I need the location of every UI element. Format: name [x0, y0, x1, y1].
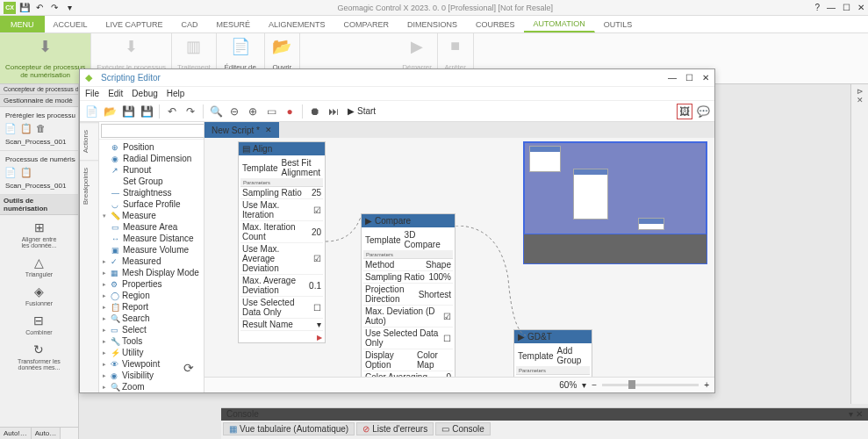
- param-row[interactable]: MethodShape: [363, 259, 453, 271]
- tree-item[interactable]: 🔍Zoom: [99, 381, 204, 392]
- undo-icon[interactable]: ↶: [33, 2, 46, 14]
- console-controls[interactable]: ▾ ✕: [849, 409, 863, 420]
- tree-item[interactable]: 📋Report: [99, 301, 204, 313]
- param-row[interactable]: Max. Iteration Count20: [240, 221, 323, 243]
- open-icon[interactable]: 📂: [102, 104, 118, 119]
- param-row[interactable]: Max. Average Deviation0.1: [240, 275, 323, 297]
- tool-triangulate[interactable]: △Trianguler: [25, 255, 53, 277]
- scan-process-item-2[interactable]: Scan_Process_001: [3, 180, 75, 191]
- tree-item[interactable]: ▦Mesh Display Mode: [99, 267, 204, 278]
- minimize-icon[interactable]: —: [827, 3, 836, 12]
- zoom-in-icon[interactable]: +: [704, 380, 709, 390]
- tree-item[interactable]: 🔧Tools: [99, 335, 204, 347]
- fit-icon[interactable]: ▭: [263, 104, 279, 119]
- zoom-slider[interactable]: [602, 384, 699, 386]
- tree-item[interactable]: Set Group: [99, 176, 204, 187]
- zoomout-icon[interactable]: ⊖: [226, 104, 242, 119]
- record-icon[interactable]: ⏺: [307, 104, 323, 119]
- sidebar-tab-actions[interactable]: Actions: [80, 122, 98, 160]
- help-icon[interactable]: ?: [814, 3, 820, 12]
- se-close-icon[interactable]: ✕: [702, 73, 709, 83]
- node-align-header[interactable]: ▤Align: [239, 142, 325, 155]
- tree-item[interactable]: ↗Runout: [99, 164, 204, 176]
- tool-combine[interactable]: ⊟Combiner: [25, 313, 52, 335]
- node-compare[interactable]: ▶Compare Template3D Compare Parameters M…: [361, 213, 456, 377]
- script-tab-new[interactable]: New Script *✕: [204, 122, 279, 138]
- tree-item[interactable]: ✓Measured: [99, 255, 204, 267]
- menu-button[interactable]: MENU: [0, 16, 45, 32]
- se-minimize-icon[interactable]: —: [668, 73, 677, 83]
- dropdown-icon[interactable]: ▾: [63, 2, 75, 14]
- tree-item[interactable]: ◡Surface Profile: [99, 198, 204, 210]
- tree-item[interactable]: ↔Measure Distance: [99, 233, 204, 244]
- redo-icon[interactable]: ↷: [183, 104, 198, 119]
- add2-icon[interactable]: 📄: [4, 167, 17, 178]
- param-row[interactable]: Use Max. Iteration☑: [240, 199, 323, 221]
- sidebar-tab-breakpoints[interactable]: Breakpoints: [80, 160, 98, 212]
- tab-automation[interactable]: AUTOMATION: [524, 16, 594, 32]
- param-row[interactable]: Color Averaging0: [363, 371, 453, 377]
- tab-dimensions[interactable]: DIMENSIONS: [398, 16, 467, 32]
- tree-item[interactable]: ▣Measure Volume: [99, 244, 204, 255]
- zoom-out-icon[interactable]: −: [592, 380, 597, 390]
- tab-accueil[interactable]: ACCUEIL: [45, 16, 97, 32]
- tab-outils[interactable]: OUTILS: [595, 16, 642, 32]
- start-button[interactable]: ▶Start: [344, 106, 379, 116]
- bottom-tab-1[interactable]: Auto!…: [0, 428, 32, 439]
- console-header[interactable]: Console▾ ✕: [221, 408, 868, 421]
- search-input[interactable]: [101, 124, 204, 138]
- tab-livecapture[interactable]: LIVE CAPTURE: [97, 16, 173, 32]
- tab-cad[interactable]: CAD: [173, 16, 208, 32]
- breakpoint-icon[interactable]: ●: [282, 104, 298, 119]
- menu-edit[interactable]: Edit: [108, 89, 123, 98]
- tree-item[interactable]: 📏Measure: [99, 210, 204, 221]
- panel-header-2[interactable]: Gestionnaire de modè: [0, 95, 78, 107]
- tool-transform[interactable]: ↻Transformer les données mes...: [18, 342, 61, 371]
- tool-merge[interactable]: ◈Fusionner: [25, 284, 53, 306]
- save-icon[interactable]: 💾: [120, 104, 136, 119]
- param-row[interactable]: Display OptionColor Map: [363, 349, 453, 371]
- undo-icon[interactable]: ↶: [164, 104, 180, 119]
- find-icon[interactable]: 🔍: [208, 104, 224, 119]
- copy-icon[interactable]: 📋: [20, 123, 32, 134]
- tab-alignements[interactable]: ALIGNEMENTS: [260, 16, 335, 32]
- node-align[interactable]: ▤Align TemplateBest Fit Alignment Parame…: [238, 141, 326, 343]
- param-row[interactable]: Use Selected Data Only☐: [240, 297, 323, 319]
- ribbon-scan-designer[interactable]: ⬇Concepteur de processus de numérisation: [0, 33, 91, 83]
- menu-help[interactable]: Help: [167, 89, 185, 98]
- tree-item[interactable]: ⚙Properties: [99, 278, 204, 290]
- node-gdt[interactable]: ▶GD&T TemplateAdd Group Parameters: [513, 329, 592, 377]
- param-row[interactable]: Projection DirectionShortest: [363, 284, 453, 306]
- tree-item[interactable]: —Straightness: [99, 187, 204, 198]
- save-icon[interactable]: 💾: [18, 2, 31, 14]
- tool-align[interactable]: ⊞Aligner entre les donnée...: [21, 220, 56, 248]
- zoom-dropdown-icon[interactable]: ▾: [582, 380, 586, 390]
- tree-item[interactable]: ▭Select: [99, 324, 204, 335]
- tree-item[interactable]: ⊕Position: [99, 141, 204, 153]
- tree-item[interactable]: ◯Region: [99, 290, 204, 301]
- se-maximize-icon[interactable]: ☐: [685, 73, 693, 83]
- script-canvas[interactable]: ▤Align TemplateBest Fit Alignment Parame…: [204, 138, 714, 377]
- menu-debug[interactable]: Debug: [132, 89, 157, 98]
- console-tab-errors[interactable]: ⊘Liste d'erreurs: [356, 422, 434, 435]
- comment-icon[interactable]: 💬: [695, 104, 711, 119]
- tree-item[interactable]: ▭Measure Area: [99, 221, 204, 233]
- close-tab-icon[interactable]: ✕: [265, 126, 272, 134]
- bottom-tab-2[interactable]: Auto…: [32, 428, 61, 439]
- saveall-icon[interactable]: 💾: [139, 104, 154, 119]
- tab-comparer[interactable]: COMPARER: [335, 16, 398, 32]
- new-icon[interactable]: 📄: [83, 104, 99, 119]
- console-tab-console[interactable]: ▭Console: [435, 422, 491, 435]
- scripting-titlebar[interactable]: ◆ Scripting Editor — ☐ ✕: [80, 69, 714, 87]
- redo-icon[interactable]: ↷: [48, 2, 61, 14]
- zoomin-icon[interactable]: ⊕: [245, 104, 261, 119]
- zoom-thumb[interactable]: [628, 380, 635, 389]
- tab-courbes[interactable]: COURBES: [467, 16, 525, 32]
- param-row[interactable]: Use Max. Average Deviation☑: [240, 243, 323, 275]
- step-icon[interactable]: ⏭: [326, 104, 341, 119]
- copy2-icon[interactable]: 📋: [20, 167, 32, 178]
- tree-item[interactable]: ⚡Utility: [99, 347, 204, 358]
- node-compare-header[interactable]: ▶Compare: [362, 214, 455, 227]
- preview-panel[interactable]: [523, 141, 707, 264]
- console-tab-table[interactable]: ▦Vue tabulaire (Automatique): [223, 422, 355, 435]
